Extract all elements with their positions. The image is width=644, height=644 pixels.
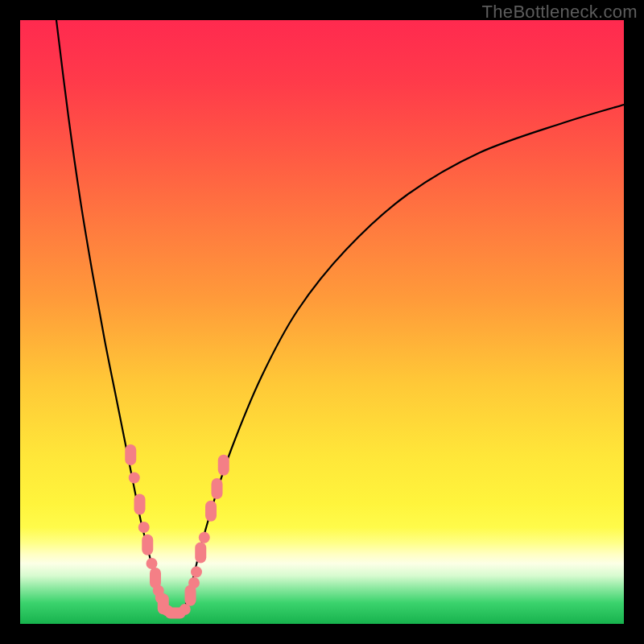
marker-point bbox=[162, 605, 173, 617]
marker-point bbox=[147, 558, 158, 569]
marker-point bbox=[205, 501, 217, 522]
marker-point bbox=[218, 455, 229, 476]
marker-point bbox=[195, 543, 206, 564]
curve-right bbox=[184, 105, 625, 612]
marker-point bbox=[129, 473, 140, 484]
marker-point bbox=[185, 585, 196, 606]
curve-left bbox=[56, 20, 165, 612]
marker-point bbox=[134, 494, 146, 515]
marker-point bbox=[158, 593, 169, 614]
marker-point bbox=[191, 567, 202, 578]
marker-point bbox=[153, 585, 164, 597]
marker-point bbox=[142, 535, 153, 555]
marker-point bbox=[138, 522, 150, 533]
watermark-text: TheBottleneck.com bbox=[482, 2, 638, 23]
marker-point bbox=[155, 592, 167, 604]
chart-stage: TheBottleneck.com bbox=[0, 0, 644, 644]
curve-layer bbox=[20, 20, 624, 624]
marker-group bbox=[125, 444, 229, 619]
marker-point bbox=[212, 478, 223, 499]
marker-point bbox=[180, 604, 191, 615]
marker-point bbox=[125, 444, 136, 465]
marker-point bbox=[150, 568, 161, 588]
marker-point bbox=[188, 577, 200, 588]
marker-point bbox=[165, 608, 186, 619]
marker-point bbox=[199, 532, 210, 543]
plot-area bbox=[20, 20, 624, 624]
